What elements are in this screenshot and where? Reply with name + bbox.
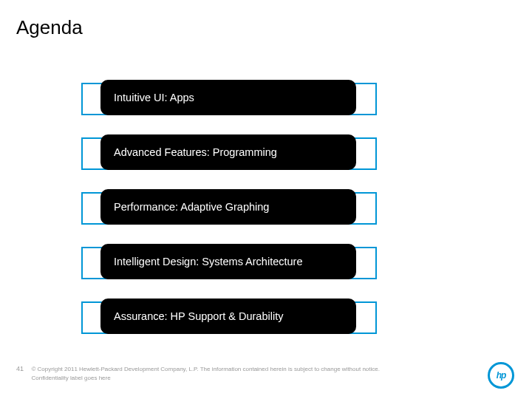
hp-logo: hp <box>488 362 514 389</box>
agenda-item-label: Performance: Adaptive Graphing <box>114 201 269 213</box>
hp-logo-text: hp <box>497 370 506 381</box>
agenda-item-front: Intelligent Design: Systems Architecture <box>100 244 356 279</box>
copyright-text: © Copyright 2011 Hewlett-Packard Develop… <box>31 365 400 383</box>
agenda-item-front: Intuitive UI: Apps <box>100 80 356 115</box>
footer: 41 © Copyright 2011 Hewlett-Packard Deve… <box>16 365 430 383</box>
agenda-item: Intuitive UI: Apps <box>81 80 377 118</box>
agenda-item: Assurance: HP Support & Durability <box>81 299 377 337</box>
agenda-item: Performance: Adaptive Graphing <box>81 189 377 228</box>
agenda-list: Intuitive UI: Apps Advanced Features: Pr… <box>81 80 377 353</box>
page-number: 41 <box>16 365 24 372</box>
agenda-item-label: Advanced Features: Programming <box>114 146 277 158</box>
agenda-item-label: Intelligent Design: Systems Architecture <box>114 256 302 267</box>
agenda-item: Intelligent Design: Systems Architecture <box>81 244 377 282</box>
agenda-item-front: Performance: Adaptive Graphing <box>100 189 356 225</box>
agenda-item-label: Assurance: HP Support & Durability <box>114 310 283 322</box>
hp-logo-icon: hp <box>488 362 514 389</box>
slide: Agenda Intuitive UI: Apps Advanced Featu… <box>0 0 532 399</box>
slide-title: Agenda <box>16 16 83 39</box>
agenda-item-front: Assurance: HP Support & Durability <box>100 299 356 334</box>
agenda-item-label: Intuitive UI: Apps <box>114 92 194 103</box>
agenda-item: Advanced Features: Programming <box>81 134 377 173</box>
agenda-item-front: Advanced Features: Programming <box>100 134 356 170</box>
